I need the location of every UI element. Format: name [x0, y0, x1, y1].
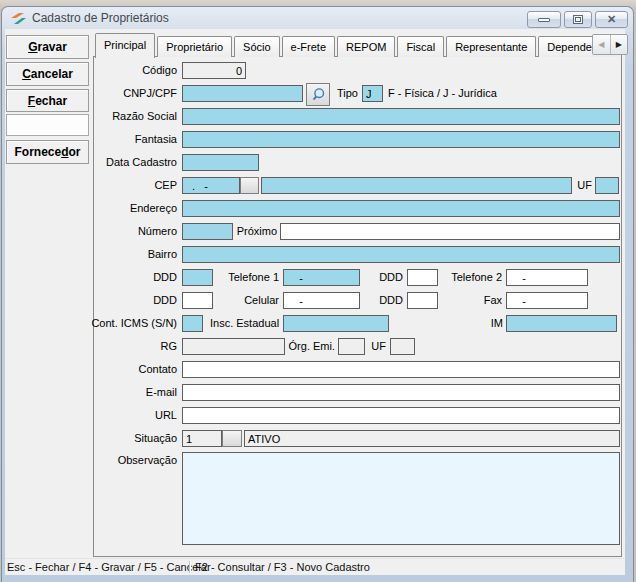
tab-strip: Principal Proprietário Sócio e-Frete REP… — [95, 32, 622, 57]
maximize-icon — [573, 15, 583, 24]
tab-e-frete[interactable]: e-Frete — [282, 36, 335, 57]
tab-scroll-right-button[interactable]: ▶ — [611, 35, 628, 54]
status-left: Esc - Fechar / F4 - Gravar / F5 - Cancel… — [7, 560, 211, 574]
tab-principal[interactable]: Principal — [95, 33, 155, 58]
ddd2-field[interactable] — [407, 269, 438, 286]
uf-field[interactable] — [595, 177, 619, 194]
tab-scroll-control: ◀ ▶ — [592, 34, 628, 55]
telefone1-label: Telefone 1 — [220, 269, 279, 286]
url-field[interactable] — [182, 407, 620, 424]
fantasia-label: Fantasia — [40, 131, 177, 148]
contato-label: Contato — [40, 361, 177, 378]
cnpj-cpf-label: CNPJ/CPF — [40, 85, 177, 102]
observacao-label: Observação — [40, 452, 177, 469]
rg-field[interactable] — [182, 338, 285, 355]
tab-scroll-left-button[interactable]: ◀ — [593, 35, 611, 54]
tab-fiscal[interactable]: Fiscal — [397, 36, 444, 57]
app-icon — [10, 12, 27, 25]
status-right: F2 - Consultar / F3 - Novo Cadastro — [195, 560, 370, 574]
proximo-label: Próximo — [228, 223, 277, 240]
ddd2-label: DDD — [365, 269, 403, 286]
cep-label: CEP — [40, 177, 177, 194]
ddd4-label: DDD — [365, 292, 403, 309]
tab-repom[interactable]: REPOM — [337, 36, 395, 57]
ddd3-field[interactable] — [182, 292, 213, 309]
uf-rg-label: UF — [350, 338, 386, 355]
ddd1-field[interactable] — [182, 269, 213, 286]
chevron-right-icon: ▶ — [616, 40, 622, 49]
cont-icms-field[interactable] — [182, 315, 203, 332]
status-divider — [189, 561, 191, 573]
telefone2-label: Telefone 2 — [435, 269, 502, 286]
cep-search-button[interactable] — [240, 177, 259, 194]
ddd1-label: DDD — [40, 269, 177, 286]
minimize-icon — [538, 18, 550, 22]
observacao-field[interactable] — [182, 452, 620, 545]
situacao-label: Situação — [40, 430, 177, 447]
numero-field[interactable] — [182, 223, 233, 240]
tab-socio[interactable]: Sócio — [234, 36, 280, 57]
insc-estadual-field[interactable] — [283, 315, 389, 332]
cont-icms-label: Cont. ICMS (S/N) — [40, 315, 177, 332]
situacao-search-button[interactable] — [222, 430, 242, 447]
data-cadastro-label: Data Cadastro — [40, 154, 177, 171]
telefone1-field[interactable] — [283, 269, 360, 286]
codigo-field[interactable] — [182, 62, 246, 79]
im-label: IM — [460, 315, 503, 332]
situacao-desc-field[interactable] — [244, 430, 620, 447]
telefone2-field[interactable] — [506, 269, 588, 286]
fantasia-field[interactable] — [182, 131, 620, 148]
uf-label: UF — [560, 177, 592, 194]
rg-label: RG — [40, 338, 177, 355]
org-emi-label: Órg. Emi. — [287, 338, 335, 355]
tab-proprietario[interactable]: Proprietário — [157, 36, 232, 57]
codigo-label: Código — [40, 62, 177, 79]
ddd3-label: DDD — [40, 292, 177, 309]
minimize-button[interactable] — [527, 11, 561, 28]
numero-label: Número — [40, 223, 177, 240]
cidade-field[interactable] — [261, 177, 572, 194]
close-icon: ✕ — [607, 14, 616, 25]
gravar-button[interactable]: Gravar — [6, 35, 89, 59]
email-field[interactable] — [182, 384, 620, 401]
window-title: Cadastro de Proprietários — [32, 11, 169, 25]
uf-rg-field[interactable] — [390, 338, 415, 355]
data-cadastro-field[interactable] — [182, 154, 259, 171]
chevron-left-icon: ◀ — [598, 40, 604, 49]
bairro-label: Bairro — [40, 246, 177, 263]
url-label: URL — [40, 407, 177, 424]
endereco-label: Endereço — [40, 200, 177, 217]
fax-field[interactable] — [506, 292, 588, 309]
screen: Cadastro de Proprietários ✕ Gravar Cance… — [0, 0, 636, 582]
close-button[interactable]: ✕ — [595, 11, 628, 28]
im-field[interactable] — [506, 315, 617, 332]
email-label: E-mail — [40, 384, 177, 401]
status-bar: Esc - Fechar / F4 - Gravar / F5 - Cancel… — [5, 558, 625, 575]
razao-social-field[interactable] — [182, 108, 620, 125]
tipo-field[interactable] — [362, 85, 383, 102]
celular-label: Celular — [220, 292, 279, 309]
celular-field[interactable] — [283, 292, 360, 309]
proximo-field[interactable] — [280, 223, 620, 240]
maximize-button[interactable] — [564, 11, 592, 28]
cep-field[interactable] — [182, 177, 240, 194]
cnpj-cpf-field[interactable] — [182, 85, 303, 102]
razao-social-label: Razão Social — [40, 108, 177, 125]
tab-representante[interactable]: Representante — [446, 36, 536, 57]
ddd4-field[interactable] — [407, 292, 438, 309]
insc-estadual-label: Insc. Estadual — [210, 315, 279, 332]
tipo-label: Tipo — [300, 85, 358, 102]
endereco-field[interactable] — [182, 200, 620, 217]
contato-field[interactable] — [182, 361, 620, 378]
tipo-hint: F - Física / J - Jurídica — [388, 85, 497, 102]
fax-label: Fax — [435, 292, 502, 309]
situacao-field[interactable] — [182, 430, 222, 447]
bairro-field[interactable] — [182, 246, 620, 263]
